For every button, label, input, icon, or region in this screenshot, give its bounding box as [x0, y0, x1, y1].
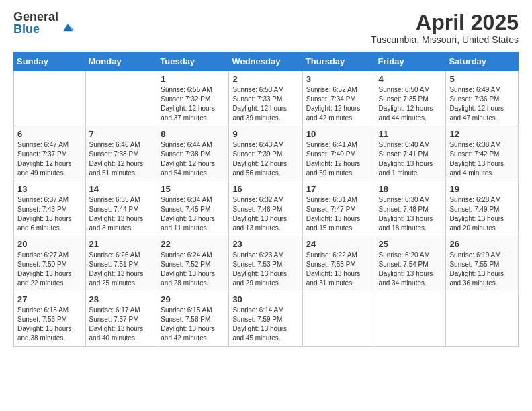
day-number: 24	[306, 239, 371, 249]
calendar-page: General Blue April 2025 Tuscumbia, Misso…	[0, 0, 532, 411]
day-number: 11	[379, 129, 443, 139]
weekday-header-row: SundayMondayTuesdayWednesdayThursdayFrid…	[14, 52, 519, 71]
calendar-cell: 15Sunrise: 6:34 AM Sunset: 7:45 PM Dayli…	[157, 181, 229, 236]
day-number: 1	[161, 74, 225, 84]
day-info: Sunrise: 6:40 AM Sunset: 7:41 PM Dayligh…	[379, 140, 443, 178]
weekday-header-monday: Monday	[85, 52, 157, 71]
day-info: Sunrise: 6:38 AM Sunset: 7:42 PM Dayligh…	[449, 140, 515, 178]
day-number: 17	[306, 184, 371, 194]
weekday-header-thursday: Thursday	[302, 52, 375, 71]
day-info: Sunrise: 6:27 AM Sunset: 7:50 PM Dayligh…	[17, 250, 82, 288]
day-info: Sunrise: 6:26 AM Sunset: 7:51 PM Dayligh…	[89, 250, 154, 288]
calendar-cell: 3Sunrise: 6:52 AM Sunset: 7:34 PM Daylig…	[302, 71, 375, 126]
day-info: Sunrise: 6:20 AM Sunset: 7:54 PM Dayligh…	[379, 250, 443, 288]
day-info: Sunrise: 6:18 AM Sunset: 7:56 PM Dayligh…	[17, 306, 82, 343]
calendar-cell: 26Sunrise: 6:19 AM Sunset: 7:55 PM Dayli…	[446, 236, 519, 291]
day-info: Sunrise: 6:28 AM Sunset: 7:49 PM Dayligh…	[449, 195, 515, 233]
day-number: 6	[17, 129, 82, 139]
day-number: 3	[306, 74, 371, 84]
calendar-cell: 12Sunrise: 6:38 AM Sunset: 7:42 PM Dayli…	[446, 126, 519, 181]
day-number: 28	[89, 294, 154, 304]
calendar-cell	[302, 291, 375, 347]
calendar-cell	[85, 71, 157, 126]
day-info: Sunrise: 6:52 AM Sunset: 7:34 PM Dayligh…	[306, 85, 371, 123]
calendar-cell: 16Sunrise: 6:32 AM Sunset: 7:46 PM Dayli…	[229, 181, 302, 236]
day-number: 14	[89, 184, 154, 194]
calendar-cell	[14, 71, 86, 126]
weekday-header-friday: Friday	[375, 52, 446, 71]
weekday-header-tuesday: Tuesday	[157, 52, 229, 71]
day-number: 29	[161, 294, 225, 304]
day-number: 20	[17, 239, 82, 249]
calendar-cell: 4Sunrise: 6:50 AM Sunset: 7:35 PM Daylig…	[375, 71, 446, 126]
calendar-cell: 25Sunrise: 6:20 AM Sunset: 7:54 PM Dayli…	[375, 236, 446, 291]
calendar-table: SundayMondayTuesdayWednesdayThursdayFrid…	[13, 52, 519, 347]
day-info: Sunrise: 6:30 AM Sunset: 7:48 PM Dayligh…	[379, 195, 443, 233]
day-info: Sunrise: 6:43 AM Sunset: 7:39 PM Dayligh…	[232, 140, 298, 178]
day-info: Sunrise: 6:53 AM Sunset: 7:33 PM Dayligh…	[232, 85, 298, 123]
calendar-cell: 17Sunrise: 6:31 AM Sunset: 7:47 PM Dayli…	[302, 181, 375, 236]
calendar-cell: 22Sunrise: 6:24 AM Sunset: 7:52 PM Dayli…	[157, 236, 229, 291]
calendar-cell: 23Sunrise: 6:23 AM Sunset: 7:53 PM Dayli…	[229, 236, 302, 291]
day-number: 15	[161, 184, 225, 194]
calendar-cell: 19Sunrise: 6:28 AM Sunset: 7:49 PM Dayli…	[446, 181, 519, 236]
day-info: Sunrise: 6:22 AM Sunset: 7:53 PM Dayligh…	[306, 250, 371, 288]
calendar-cell: 9Sunrise: 6:43 AM Sunset: 7:39 PM Daylig…	[229, 126, 302, 181]
day-info: Sunrise: 6:23 AM Sunset: 7:53 PM Dayligh…	[232, 250, 298, 288]
month-title: April 2025	[371, 11, 519, 34]
day-number: 2	[232, 74, 298, 84]
logo-blue: Blue	[13, 23, 58, 35]
calendar-cell: 28Sunrise: 6:17 AM Sunset: 7:57 PM Dayli…	[85, 291, 157, 347]
day-info: Sunrise: 6:32 AM Sunset: 7:46 PM Dayligh…	[232, 195, 298, 233]
day-info: Sunrise: 6:49 AM Sunset: 7:36 PM Dayligh…	[449, 85, 515, 123]
calendar-cell	[375, 291, 446, 347]
day-number: 5	[449, 74, 515, 84]
day-number: 30	[232, 294, 298, 304]
calendar-week-row: 6Sunrise: 6:47 AM Sunset: 7:37 PM Daylig…	[14, 126, 519, 181]
location: Tuscumbia, Missouri, United States	[371, 34, 519, 45]
logo-icon	[61, 20, 75, 34]
calendar-cell: 6Sunrise: 6:47 AM Sunset: 7:37 PM Daylig…	[14, 126, 86, 181]
day-number: 18	[379, 184, 443, 194]
day-info: Sunrise: 6:46 AM Sunset: 7:38 PM Dayligh…	[89, 140, 154, 178]
day-number: 12	[449, 129, 515, 139]
calendar-cell: 20Sunrise: 6:27 AM Sunset: 7:50 PM Dayli…	[14, 236, 86, 291]
calendar-cell: 24Sunrise: 6:22 AM Sunset: 7:53 PM Dayli…	[302, 236, 375, 291]
day-number: 16	[232, 184, 298, 194]
calendar-cell: 27Sunrise: 6:18 AM Sunset: 7:56 PM Dayli…	[14, 291, 86, 347]
day-number: 25	[379, 239, 443, 249]
day-info: Sunrise: 6:34 AM Sunset: 7:45 PM Dayligh…	[161, 195, 225, 233]
day-info: Sunrise: 6:14 AM Sunset: 7:59 PM Dayligh…	[232, 306, 298, 343]
day-info: Sunrise: 6:19 AM Sunset: 7:55 PM Dayligh…	[449, 250, 515, 288]
weekday-header-saturday: Saturday	[446, 52, 519, 71]
calendar-cell: 10Sunrise: 6:41 AM Sunset: 7:40 PM Dayli…	[302, 126, 375, 181]
day-number: 22	[161, 239, 225, 249]
calendar-cell: 5Sunrise: 6:49 AM Sunset: 7:36 PM Daylig…	[446, 71, 519, 126]
day-number: 19	[449, 184, 515, 194]
day-info: Sunrise: 6:24 AM Sunset: 7:52 PM Dayligh…	[161, 250, 225, 288]
weekday-header-wednesday: Wednesday	[229, 52, 302, 71]
day-info: Sunrise: 6:17 AM Sunset: 7:57 PM Dayligh…	[89, 306, 154, 343]
day-number: 10	[306, 129, 371, 139]
calendar-cell: 21Sunrise: 6:26 AM Sunset: 7:51 PM Dayli…	[85, 236, 157, 291]
calendar-cell: 7Sunrise: 6:46 AM Sunset: 7:38 PM Daylig…	[85, 126, 157, 181]
logo: General Blue	[13, 11, 75, 35]
calendar-cell: 29Sunrise: 6:15 AM Sunset: 7:58 PM Dayli…	[157, 291, 229, 347]
calendar-cell: 13Sunrise: 6:37 AM Sunset: 7:43 PM Dayli…	[14, 181, 86, 236]
calendar-cell: 18Sunrise: 6:30 AM Sunset: 7:48 PM Dayli…	[375, 181, 446, 236]
day-number: 8	[161, 129, 225, 139]
day-number: 26	[449, 239, 515, 249]
calendar-cell: 1Sunrise: 6:55 AM Sunset: 7:32 PM Daylig…	[157, 71, 229, 126]
day-number: 7	[89, 129, 154, 139]
day-number: 13	[17, 184, 82, 194]
calendar-week-row: 27Sunrise: 6:18 AM Sunset: 7:56 PM Dayli…	[14, 291, 519, 347]
day-info: Sunrise: 6:50 AM Sunset: 7:35 PM Dayligh…	[379, 85, 443, 123]
calendar-cell: 8Sunrise: 6:44 AM Sunset: 7:38 PM Daylig…	[157, 126, 229, 181]
day-number: 27	[17, 294, 82, 304]
day-info: Sunrise: 6:35 AM Sunset: 7:44 PM Dayligh…	[89, 195, 154, 233]
day-info: Sunrise: 6:41 AM Sunset: 7:40 PM Dayligh…	[306, 140, 371, 178]
logo-general: General	[13, 11, 58, 23]
day-info: Sunrise: 6:47 AM Sunset: 7:37 PM Dayligh…	[17, 140, 82, 178]
title-block: April 2025 Tuscumbia, Missouri, United S…	[371, 11, 519, 45]
calendar-week-row: 20Sunrise: 6:27 AM Sunset: 7:50 PM Dayli…	[14, 236, 519, 291]
